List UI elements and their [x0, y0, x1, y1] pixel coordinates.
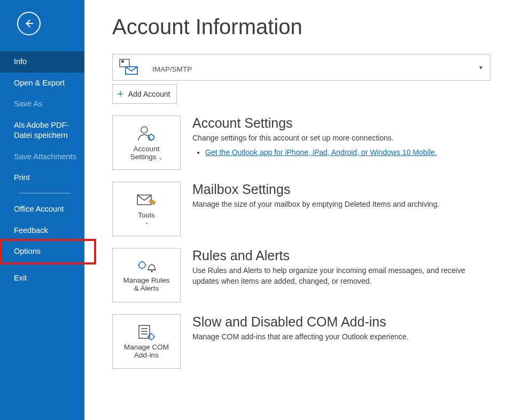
account-settings-tile[interactable]: Account Settings ⌄	[112, 115, 181, 170]
mailbox-icon	[118, 58, 138, 76]
svg-point-22	[151, 270, 153, 273]
svg-rect-1	[120, 59, 129, 67]
nav-save-as-adobe-pdf[interactable]: Als Adobe PDF-Datei speichern	[0, 115, 84, 146]
svg-rect-2	[121, 60, 124, 63]
chevron-down-icon: ⌄	[144, 219, 149, 225]
svg-line-11	[153, 139, 154, 141]
back-button[interactable]	[17, 12, 41, 35]
nav-label: Save Attachments	[14, 152, 76, 161]
add-account-button[interactable]: + Add Account	[112, 84, 177, 104]
nav-divider	[19, 193, 71, 193]
nav-print[interactable]: Print	[0, 167, 84, 189]
nav-label: Als Adobe PDF-Datei speichern	[14, 121, 69, 140]
nav-label: Options	[14, 247, 41, 255]
list-gear-icon	[136, 324, 157, 341]
plus-icon: +	[117, 88, 124, 100]
svg-point-16	[139, 262, 145, 268]
rules-alerts-desc: Use Rules and Alerts to help organize yo…	[192, 266, 491, 286]
svg-point-4	[141, 127, 147, 133]
chevron-down-icon: ▼	[478, 65, 484, 71]
nav-save-as: Save As	[0, 94, 84, 115]
nav-label: Exit	[14, 274, 27, 282]
nav-label: Save As	[14, 99, 42, 108]
nav-label: Info	[14, 57, 27, 66]
mailbox-settings-title: Mailbox Settings	[192, 182, 491, 197]
nav-label: Office Account	[14, 205, 64, 213]
envelope-brush-icon	[136, 193, 157, 209]
nav-label: Feedback	[14, 226, 48, 235]
manage-rules-tile[interactable]: Manage Rules & Alerts	[112, 248, 181, 302]
page-title: Account Information	[112, 15, 491, 39]
main-content: Account Information IMAP/SMTP ▼ + Add Ac…	[84, 0, 513, 420]
nav-label: Open & Export	[14, 79, 65, 87]
account-settings-title: Account Settings	[192, 115, 491, 131]
nav-exit[interactable]: Exit	[0, 268, 84, 289]
manage-com-addins-tile[interactable]: Manage COM Add-ins	[112, 314, 181, 369]
svg-line-10	[149, 135, 150, 136]
nav-open-export[interactable]: Open & Export	[0, 73, 84, 94]
com-addins-desc: Manage COM add-ins that are affecting yo…	[192, 332, 491, 343]
tools-tile[interactable]: Tools ⌄	[112, 182, 181, 236]
nav-options[interactable]: Options	[0, 241, 84, 262]
svg-line-12	[153, 135, 154, 136]
tile-label-line1: Account	[134, 145, 160, 153]
tile-label-line2: Add-ins	[134, 351, 159, 359]
com-addins-title: Slow and Disabled COM Add-ins	[192, 314, 491, 330]
mailbox-settings-desc: Manage the size of your mailbox by empty…	[192, 199, 491, 210]
tile-label-line2: & Alerts	[134, 284, 159, 292]
account-settings-desc: Change settings for this account or set …	[192, 133, 491, 144]
chevron-down-icon: ⌄	[158, 154, 162, 160]
tile-label: Tools	[138, 211, 155, 219]
tile-label-line1: Manage Rules	[123, 276, 169, 284]
backstage-sidebar: Info Open & Export Save As Als Adobe PDF…	[0, 0, 84, 420]
account-dropdown[interactable]: IMAP/SMTP ▼	[112, 54, 491, 81]
add-account-label: Add Account	[128, 90, 170, 98]
svg-line-13	[149, 139, 150, 141]
outlook-app-link[interactable]: Get the Outlook app for iPhone, iPad, An…	[205, 148, 437, 157]
tile-label-line1: Manage COM	[124, 343, 169, 351]
nav-feedback[interactable]: Feedback	[0, 220, 84, 242]
nav-office-account[interactable]: Office Account	[0, 199, 84, 220]
user-gear-icon	[136, 125, 157, 143]
account-protocol-text: IMAP/SMTP	[152, 65, 192, 73]
rules-alerts-title: Rules and Alerts	[192, 248, 491, 263]
nav-save-attachments: Save Attachments	[0, 146, 84, 168]
tile-label-line2: Settings	[130, 153, 157, 161]
arrow-left-icon	[23, 18, 35, 29]
nav-info[interactable]: Info	[0, 51, 84, 73]
svg-rect-15	[149, 199, 156, 205]
nav-label: Print	[14, 173, 30, 182]
gear-bell-icon	[136, 258, 157, 274]
